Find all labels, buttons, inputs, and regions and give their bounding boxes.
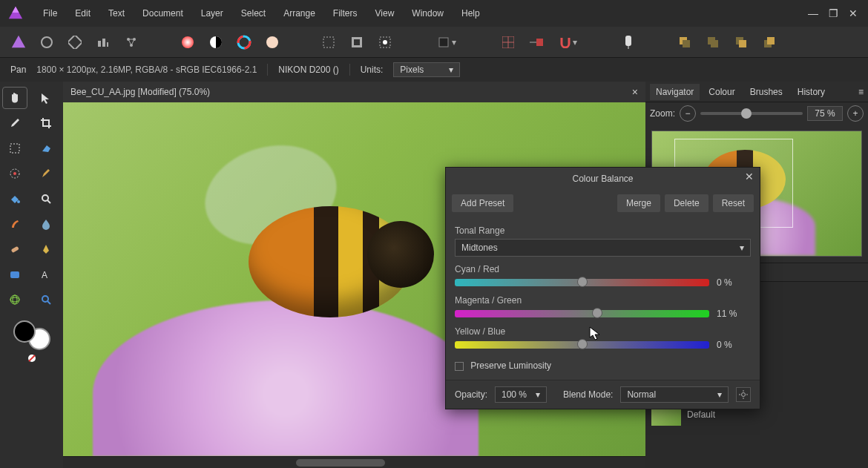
bw-adjust-icon[interactable] xyxy=(205,31,227,53)
tool-paintbrush[interactable] xyxy=(34,163,58,184)
window-close-icon[interactable]: ✕ xyxy=(849,7,858,19)
delete-button[interactable]: Delete xyxy=(665,194,708,212)
persona-export-icon[interactable] xyxy=(120,31,142,53)
persona-develop-icon[interactable] xyxy=(64,31,86,53)
svg-point-48 xyxy=(13,295,17,304)
persona-photo-icon[interactable] xyxy=(7,31,30,53)
assistant-icon[interactable] xyxy=(617,31,640,53)
tonal-range-dropdown[interactable]: Midtones▾ xyxy=(455,239,751,257)
tool-mesh[interactable] xyxy=(3,289,27,310)
zoom-out-icon[interactable]: − xyxy=(680,105,696,122)
menu-edit[interactable]: Edit xyxy=(66,5,99,22)
panel-tab-navigator[interactable]: Navigator xyxy=(650,84,700,100)
slider-track-1[interactable] xyxy=(455,310,709,317)
menu-select[interactable]: Select xyxy=(232,5,274,22)
menu-help[interactable]: Help xyxy=(453,5,489,22)
tool-hand[interactable] xyxy=(3,88,27,108)
zoom-in-icon[interactable]: + xyxy=(847,105,864,122)
arrange-back-icon[interactable] xyxy=(674,31,696,53)
hsl-adjust-icon[interactable] xyxy=(233,31,255,53)
slider-track-0[interactable] xyxy=(455,279,709,286)
document-tab[interactable]: Bee_CU_AA.jpg [Modified] (75.0%) × xyxy=(63,82,645,102)
slider-thumb-2[interactable] xyxy=(577,339,588,349)
panel-tab-brushes[interactable]: Brushes xyxy=(744,84,789,100)
reset-button[interactable]: Reset xyxy=(713,194,754,212)
magnet-snap-icon[interactable]: ▾ xyxy=(553,31,583,53)
preserve-luminosity-checkbox[interactable] xyxy=(455,362,464,371)
svg-point-49 xyxy=(42,296,48,302)
svg-rect-32 xyxy=(711,40,718,47)
tool-fill[interactable] xyxy=(3,188,27,209)
menu-view[interactable]: View xyxy=(366,5,404,22)
dialog-close-icon[interactable]: ✕ xyxy=(745,171,754,182)
panel-tab-colour[interactable]: Colour xyxy=(703,84,740,100)
tool-eyedropper[interactable] xyxy=(3,113,27,134)
zoom-value[interactable]: 75 % xyxy=(807,106,843,121)
tool-zoom[interactable] xyxy=(34,289,58,310)
camera-device: NIKON D200 () xyxy=(278,65,338,75)
arrange-front-icon[interactable] xyxy=(730,31,752,53)
colour-swatch[interactable] xyxy=(13,320,50,350)
svg-rect-44 xyxy=(10,271,19,278)
menu-filters[interactable]: Filters xyxy=(324,5,366,22)
persona-liquify-icon[interactable] xyxy=(36,31,58,53)
window-minimize-icon[interactable]: — xyxy=(808,7,818,19)
marquee-invert-icon[interactable] xyxy=(346,31,368,53)
blend-mode-label: Blend Mode: xyxy=(563,389,613,400)
document-info: 1800 × 1200px, 2.16MP, RGBA/8 - sRGB IEC… xyxy=(36,65,257,75)
menu-arrange[interactable]: Arrange xyxy=(274,5,324,22)
opacity-dropdown[interactable]: 100 %▾ xyxy=(495,386,547,403)
menu-text[interactable]: Text xyxy=(99,5,134,22)
swatch-none-icon[interactable] xyxy=(27,353,37,363)
slider-thumb-1[interactable] xyxy=(592,308,602,318)
grid-snap-icon[interactable] xyxy=(497,31,519,53)
tool-pen[interactable] xyxy=(34,239,58,260)
svg-point-39 xyxy=(13,172,16,175)
tool-selection-brush[interactable] xyxy=(3,163,27,184)
tool-heal[interactable] xyxy=(3,239,27,260)
arrange-top-icon[interactable] xyxy=(758,31,780,53)
fill-mode-icon[interactable]: ▾ xyxy=(430,31,463,53)
tool-smudge[interactable] xyxy=(3,214,27,234)
persona-tone-icon[interactable] xyxy=(92,31,114,53)
tool-text[interactable]: A xyxy=(34,264,58,285)
tool-rectangle[interactable] xyxy=(3,264,27,285)
document-tab-close-icon[interactable]: × xyxy=(632,86,638,98)
dialog-settings-icon[interactable] xyxy=(736,387,751,402)
tool-dodge[interactable] xyxy=(34,188,58,209)
marquee-select-icon[interactable] xyxy=(318,31,340,53)
tool-blur[interactable] xyxy=(34,214,58,234)
tool-move[interactable] xyxy=(34,88,58,108)
window-restore-icon[interactable]: ❐ xyxy=(829,7,838,19)
colour-wheel-icon[interactable] xyxy=(177,31,199,53)
zoom-slider[interactable] xyxy=(700,112,803,115)
blend-mode-dropdown[interactable]: Normal▾ xyxy=(620,386,729,403)
svg-point-46 xyxy=(10,295,19,304)
horizontal-scrollbar[interactable] xyxy=(63,456,645,468)
snap-toggle-icon[interactable] xyxy=(525,31,548,53)
slider-value-2[interactable]: 0 % xyxy=(717,340,751,350)
slider-value-1[interactable]: 11 % xyxy=(717,309,751,319)
opacity-label: Opacity: xyxy=(455,389,487,400)
add-preset-button[interactable]: Add Preset xyxy=(452,194,513,212)
units-dropdown[interactable]: Pixels▾ xyxy=(393,62,460,77)
dialog-titlebar[interactable]: Colour Balance ✕ xyxy=(446,168,760,190)
quick-mask-icon[interactable] xyxy=(374,31,396,53)
panel-tab-history[interactable]: History xyxy=(792,84,831,100)
panel-menu-icon[interactable]: ≡ xyxy=(858,87,864,97)
slider-track-2[interactable] xyxy=(455,341,709,349)
menu-window[interactable]: Window xyxy=(403,5,453,22)
slider-thumb-0[interactable] xyxy=(577,277,588,287)
tool-marquee[interactable] xyxy=(3,138,27,159)
swatch-foreground[interactable] xyxy=(13,320,36,343)
tool-flood-select[interactable] xyxy=(34,138,58,159)
arrange-mid-icon[interactable] xyxy=(702,31,724,53)
menu-bar: File Edit Text Document Layer Select Arr… xyxy=(0,0,868,27)
menu-file[interactable]: File xyxy=(34,5,66,22)
merge-button[interactable]: Merge xyxy=(617,194,660,212)
tool-crop[interactable] xyxy=(34,113,58,134)
soft-proof-icon[interactable] xyxy=(261,31,283,53)
slider-value-0[interactable]: 0 % xyxy=(717,277,751,288)
menu-document[interactable]: Document xyxy=(134,5,192,22)
menu-layer[interactable]: Layer xyxy=(192,5,232,22)
